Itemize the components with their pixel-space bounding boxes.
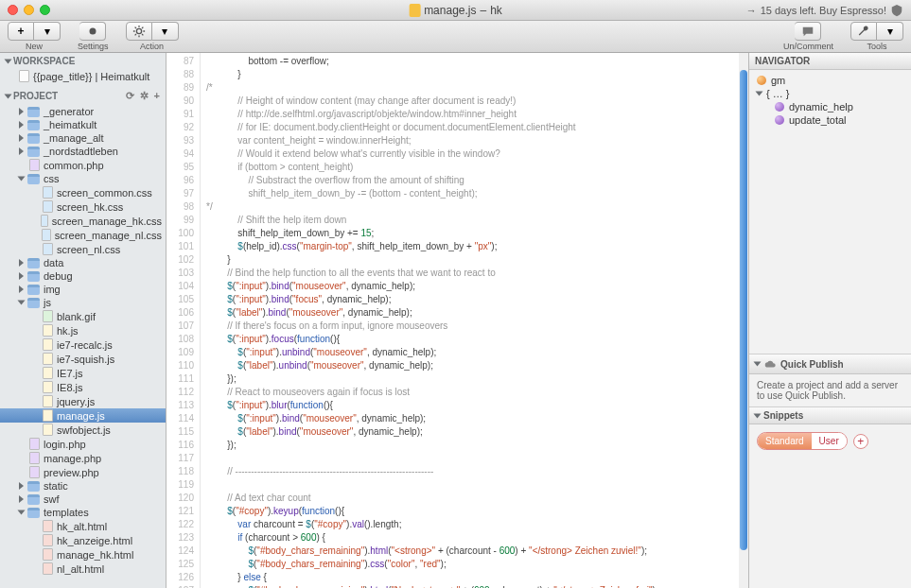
add-icon[interactable]: + [154,90,160,102]
file-item[interactable]: screen_nl.css [0,242,166,256]
uncomment-button[interactable] [795,22,821,41]
folder-item[interactable]: js [0,296,166,309]
quickpublish-header[interactable]: Quick Publish [749,354,911,374]
workspace-header[interactable]: WORKSPACE [0,53,166,69]
scrollbar-thumb[interactable] [740,70,747,550]
file-item[interactable]: manage.js [0,408,166,423]
file-icon [41,215,48,227]
folder-item[interactable]: _generator [0,105,166,118]
file-item[interactable]: ie7-squish.js [0,352,166,366]
disclosure-triangle-icon [5,94,12,98]
action-dropdown[interactable]: ▾ [152,22,179,41]
right-panel: NAVIGATOR gm{ … }dynamic_helpupdate_tota… [748,53,911,588]
file-item[interactable]: screen_common.css [0,185,166,199]
disclosure-triangle-icon [754,362,762,367]
minimize-window-icon[interactable] [24,5,34,15]
navigator-item[interactable]: dynamic_help [755,100,905,113]
file-item[interactable]: hk_anzeige.html [0,533,166,547]
project-header[interactable]: PROJECT ⟳ ✲ + [0,87,166,105]
tree-label: screen_manage_nl.css [55,230,162,241]
file-item[interactable]: blank.gif [0,309,166,323]
line-gutter: 8788899091929394959697989910010110210310… [166,53,201,588]
file-item[interactable]: IE7.js [0,366,166,380]
file-item[interactable]: manage_hk.html [0,547,166,562]
folder-item[interactable]: debug [0,269,166,283]
gear-icon[interactable]: ✲ [140,90,149,102]
file-item[interactable]: jquery.js [0,394,166,408]
navigator-header: NAVIGATOR [749,53,911,70]
folder-icon [27,298,40,308]
navigator-item[interactable]: { … } [755,87,905,100]
wrench-icon [857,25,870,38]
tools-button[interactable] [850,22,877,41]
file-item[interactable]: hk.js [0,323,166,337]
file-item[interactable]: swfobject.js [0,423,166,437]
file-icon [43,367,53,379]
new-dropdown[interactable]: ▾ [34,22,61,41]
tree-label: _nordstadtleben [44,146,118,157]
file-item[interactable]: common.php [0,158,166,172]
disclosure-triangle-icon [19,272,24,280]
file-item[interactable]: login.php [0,437,166,451]
trial-notice[interactable]: → 15 days left. Buy Espresso! [746,4,903,17]
file-icon [29,159,40,171]
workspace-item[interactable]: {{page_title}} | Heimatkult [0,69,166,83]
snippets-standard-tab[interactable]: Standard [758,433,812,449]
tree-label: screen_common.css [57,187,152,199]
tree-label: IE7.js [57,368,83,379]
folder-icon [27,120,40,130]
folder-icon [27,147,40,157]
action-group: ▾ Action [126,22,179,51]
file-item[interactable]: IE8.js [0,380,166,394]
folder-item[interactable]: _heimatkult [0,118,166,131]
folder-icon [27,481,40,492]
folder-item[interactable]: img [0,283,166,296]
settings-button[interactable] [79,22,106,41]
file-item[interactable]: hk_alt.html [0,519,166,533]
tree-label: ie7-recalc.js [57,339,113,351]
navigator-item[interactable]: update_total [755,113,905,127]
folder-item[interactable]: _manage_alt [0,131,166,145]
scrollbar-track[interactable] [739,53,748,588]
add-snippet-button[interactable]: + [853,434,868,449]
file-item[interactable]: preview.php [0,465,166,479]
disclosure-triangle-icon [756,92,763,96]
file-icon [43,200,53,213]
file-icon [29,452,40,464]
folder-item[interactable]: static [0,479,166,493]
file-item[interactable]: screen_hk.css [0,199,166,214]
new-button[interactable]: + [8,22,34,41]
folder-item[interactable]: data [0,256,166,269]
symbol-icon [757,76,766,85]
snippets-header[interactable]: Snippets [749,406,911,424]
code-area[interactable]: bottom -= overflow; }/* // Height of win… [201,53,739,588]
folder-item[interactable]: _nordstadtleben [0,145,166,158]
tools-dropdown[interactable]: ▾ [877,22,903,41]
file-item[interactable]: manage.php [0,451,166,465]
folder-item[interactable]: css [0,172,166,185]
navigator-label: update_total [789,114,847,126]
disclosure-triangle-icon [18,177,26,182]
action-button[interactable] [126,22,152,41]
folder-item[interactable]: templates [0,506,166,519]
code-editor[interactable]: 8788899091929394959697989910010110210310… [166,53,748,588]
folder-icon [27,271,40,282]
disclosure-triangle-icon [754,413,762,418]
disclosure-triangle-icon [19,285,24,293]
disclosure-triangle-icon [5,59,12,63]
symbol-icon [775,102,784,112]
refresh-icon[interactable]: ⟳ [126,90,134,102]
snippets-user-tab[interactable]: User [812,433,847,449]
tree-label: hk_anzeige.html [57,535,132,546]
file-item[interactable]: nl_alt.html [0,562,166,576]
traffic-lights [8,5,50,15]
folder-item[interactable]: swf [0,493,166,506]
uncomment-group: Un/Comment [783,22,833,51]
file-item[interactable]: ie7-recalc.js [0,337,166,352]
file-item[interactable]: screen_manage_hk.css [0,214,166,228]
close-window-icon[interactable] [8,5,18,15]
file-item[interactable]: screen_manage_nl.css [0,228,166,242]
navigator-item[interactable]: gm [755,74,905,87]
tree-label: IE8.js [57,382,83,393]
zoom-window-icon[interactable] [40,5,50,15]
